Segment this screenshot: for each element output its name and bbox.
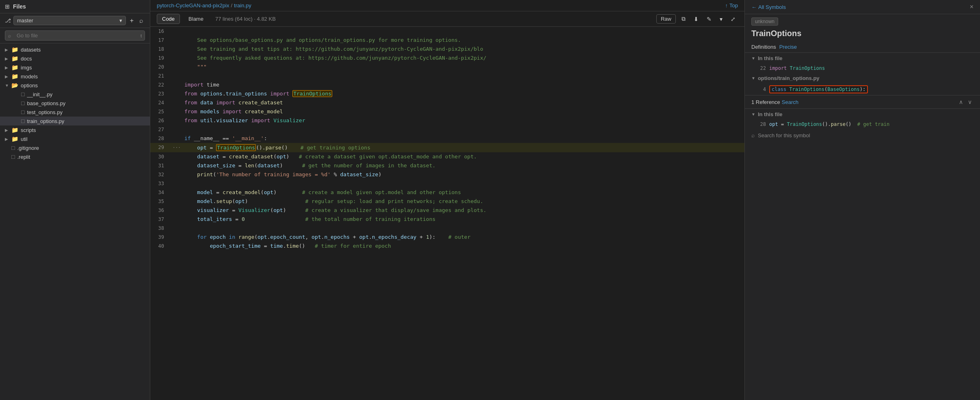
chevron-right-icon: ▶ (5, 56, 11, 61)
file-icon: □ (21, 100, 24, 106)
chevron-right-icon: ▶ (5, 128, 11, 132)
ref-code: opt = TrainOptions().parse() # get train (769, 121, 889, 127)
line-gutter (171, 188, 183, 197)
chevron-right-icon: ▶ (5, 137, 11, 141)
table-row: 35 model.setup(opt) # regular setup: loa… (150, 197, 744, 206)
line-number: 19 (150, 54, 171, 63)
line-content (183, 125, 744, 134)
sidebar-item-test-options[interactable]: □ test_options.py (0, 108, 150, 117)
table-row: 19 See frequently asked questions at: ht… (150, 54, 744, 63)
line-number: 24 (150, 98, 171, 107)
line-gutter (171, 242, 183, 251)
download-button[interactable]: ⬇ (691, 15, 701, 24)
top-label: Top (729, 2, 738, 9)
sidebar-item-options[interactable]: ▼ 📂 options (0, 81, 150, 90)
table-row: 33 (150, 179, 744, 188)
table-row: 18 See training and test tips at: https:… (150, 45, 744, 54)
line-content: visualizer = Visualizer(opt) # create a … (183, 206, 744, 215)
line-content: from util.visualizer import Visualizer (183, 116, 744, 125)
folder-icon: 📁 (11, 55, 18, 62)
section-in-this-file-definitions[interactable]: ▼ In this file (745, 53, 980, 64)
line-content: if __name__ == '__main__': (183, 134, 744, 143)
line-number: 20 (150, 63, 171, 71)
repo-link[interactable]: pytorch-CycleGAN-and-pix2pix (157, 2, 229, 9)
more-options-button[interactable]: ▾ (717, 15, 725, 24)
chevron-right-icon: ▶ (5, 48, 11, 52)
line-gutter (171, 170, 183, 179)
table-row: 36 visualizer = Visualizer(opt) # create… (150, 206, 744, 215)
sidebar-item-scripts[interactable]: ▶ 📁 scripts (0, 125, 150, 134)
raw-button[interactable]: Raw (656, 14, 676, 24)
code-table: 16 17 See options/base_options.py and op… (150, 27, 744, 251)
table-row: 29 ··· opt = TrainOptions().parse() # ge… (150, 143, 744, 152)
folder-icon: 📁 (11, 46, 18, 53)
reference-item-28[interactable]: 28 opt = TrainOptions().parse() # get tr… (745, 120, 980, 129)
ref-line-number: 22 (758, 65, 766, 71)
edit-button[interactable]: ✎ (704, 15, 714, 24)
line-gutter (171, 116, 183, 125)
table-row: 27 (150, 125, 744, 134)
table-row: 31 dataset_size = len(dataset) # get the… (150, 161, 744, 170)
search-label[interactable]: Search (782, 99, 798, 105)
back-button[interactable]: ← All Symbols (751, 4, 786, 10)
toolbar-right: Raw ⧉ ⬇ ✎ ▾ ⤢ (656, 14, 738, 24)
sidebar-item-docs[interactable]: ▶ 📁 docs (0, 54, 150, 63)
sidebar-item-gitignore[interactable]: □ .gitignore (0, 143, 150, 152)
file-name-link[interactable]: train.py (234, 2, 251, 9)
sidebar-item-imgs[interactable]: ▶ 📁 imgs (0, 63, 150, 72)
sidebar-item-datasets[interactable]: ▶ 📁 datasets (0, 45, 150, 54)
sidebar-item-util[interactable]: ▶ 📁 util (0, 134, 150, 143)
search-button[interactable]: ⌕ (138, 16, 145, 25)
go-to-file-input[interactable] (5, 30, 145, 41)
line-number: 38 (150, 224, 171, 233)
definition-item-4[interactable]: 4 class TrainOptions(BaseOptions): (745, 84, 980, 95)
line-gutter (171, 134, 183, 143)
sidebar-item-replit[interactable]: □ .replit (0, 152, 150, 161)
sidebar-item-label: .replit (17, 154, 30, 160)
top-button[interactable]: ↑ Top (725, 2, 738, 9)
definitions-label: Definitions (751, 44, 776, 50)
table-row: 32 print('The number of training images … (150, 170, 744, 179)
copy-button[interactable]: ⧉ (679, 14, 688, 24)
expand-refs-button[interactable]: ∨ (966, 98, 974, 106)
search-bar: ⌕ t (0, 28, 150, 43)
line-gutter (171, 80, 183, 89)
folder-icon: 📁 (11, 73, 18, 80)
sidebar-item-label: docs (21, 56, 32, 62)
collapse-refs-button[interactable]: ∧ (957, 98, 965, 106)
branch-selector: ⎇ master ▾ + ⌕ (0, 13, 150, 28)
line-content: epoch_start_time = time.time() # timer f… (183, 242, 744, 251)
sidebar-item-base-options[interactable]: □ base_options.py (0, 99, 150, 108)
tab-code[interactable]: Code (157, 14, 180, 24)
table-row: 17 See options/base_options.py and optio… (150, 36, 744, 45)
sidebar-item-init[interactable]: □ __init__.py (0, 90, 150, 99)
symbol-name: TrainOptions (745, 27, 980, 41)
line-gutter (171, 152, 183, 161)
precise-button[interactable]: Precise (779, 44, 797, 50)
line-content (183, 27, 744, 36)
editor-header: pytorch-CycleGAN-and-pix2pix / train.py … (150, 0, 744, 11)
section-options-file[interactable]: ▼ options/train_options.py (745, 73, 980, 84)
sidebar-item-models[interactable]: ▶ 📁 models (0, 72, 150, 81)
sidebar-item-label: base_options.py (27, 100, 65, 106)
sidebar-item-label: datasets (21, 47, 41, 53)
sidebar-item-label: .gitignore (17, 145, 39, 151)
new-branch-button[interactable]: + (128, 16, 135, 25)
table-row: 26 from util.visualizer import Visualize… (150, 116, 744, 125)
definition-item-22[interactable]: 22 import TrainOptions (745, 64, 980, 73)
line-number: 23 (150, 89, 171, 98)
table-row: 25 from models import create_model (150, 107, 744, 116)
line-number: 36 (150, 206, 171, 215)
line-number: 26 (150, 116, 171, 125)
table-row: 30 dataset = create_dataset(opt) # creat… (150, 152, 744, 161)
close-button[interactable]: × (970, 3, 974, 11)
expand-button[interactable]: ⤢ (728, 15, 738, 24)
line-options-button[interactable]: ··· (173, 145, 181, 150)
line-content: See frequently asked questions at: https… (183, 54, 744, 63)
search-symbol-text: Search for this symbol (758, 132, 810, 138)
section-in-this-file-refs[interactable]: ▼ In this file (745, 109, 980, 120)
branch-dropdown[interactable]: master ▾ (13, 16, 126, 25)
sidebar-item-train-options[interactable]: □ train_options.py (0, 117, 150, 125)
tab-blame[interactable]: Blame (183, 14, 209, 24)
search-symbol-row[interactable]: ⌕ Search for this symbol (745, 129, 980, 142)
